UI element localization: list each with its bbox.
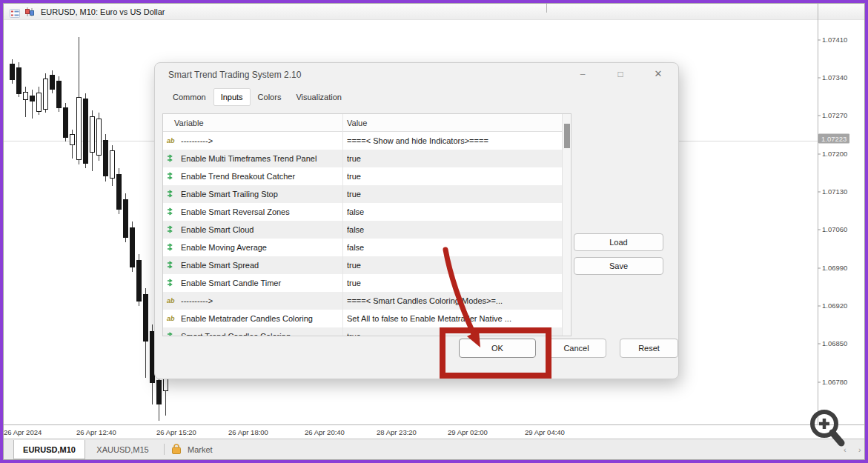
metatrader-window: EURUSD, M10: Euro vs US Dollar 1.074101.… <box>0 0 868 463</box>
scrollbar-thumb[interactable] <box>564 124 570 148</box>
value-cell: Set All to false to Enable Metatrader Na… <box>347 310 562 327</box>
variable-cell: Enable Moving Average <box>181 239 339 256</box>
variable-cell: Enable Trend Breakout Catcher <box>181 167 339 185</box>
ok-button[interactable]: OK <box>459 339 536 358</box>
time-axis-line <box>4 424 864 425</box>
candlestick-chart-icon <box>24 7 35 20</box>
price-tick-label: 1.07340 <box>822 73 847 81</box>
string-param-icon: ab <box>167 310 179 327</box>
dialog-tab-common[interactable]: Common <box>165 88 213 106</box>
value-cell: true <box>347 150 562 167</box>
price-tick-label: 1.06850 <box>822 339 847 347</box>
price-tick-label: 1.07060 <box>822 225 847 233</box>
variable-cell: ----------> <box>181 132 339 150</box>
chart-symbol-title: EURUSD, M10: Euro vs US Dollar <box>41 4 165 20</box>
current-price-tag: 1.07223 <box>818 134 849 144</box>
time-tick-label: 26 Apr 15:20 <box>156 428 196 436</box>
candle-body <box>130 227 135 267</box>
time-tick-label: 29 Apr 04:40 <box>525 428 565 436</box>
value-cell: ====< Show and hide Indicators>==== <box>347 132 562 150</box>
parameter-row[interactable]: ab---------->====< Show and hide Indicat… <box>163 132 571 150</box>
candle-body <box>83 99 88 164</box>
candle-body <box>156 380 162 404</box>
price-tick-label: 1.06780 <box>822 378 847 386</box>
column-header-variable: Variable <box>174 114 204 132</box>
value-cell: ====< Smart Candles Coloring Modes>=... <box>347 292 562 310</box>
tab-scroll-right-icon[interactable]: › <box>858 439 861 460</box>
column-header-value: Value <box>347 114 367 132</box>
bool-param-icon <box>167 150 179 167</box>
parameter-row[interactable]: Enable Moving Averagefalse <box>163 239 571 256</box>
bool-param-icon <box>167 274 179 292</box>
chart-tab-eurusd-m10[interactable]: EURUSD,M10 <box>13 440 85 459</box>
chart-tab-xauusd-m15[interactable]: XAUUSD,M15 <box>87 440 159 459</box>
bool-param-icon <box>167 221 179 239</box>
time-tick-label: 26 Apr 20:40 <box>305 428 345 436</box>
candle-body <box>63 107 68 138</box>
price-tick-label: 1.07270 <box>822 111 847 119</box>
price-tick-label: 1.06920 <box>822 302 847 310</box>
parameter-row[interactable]: Smart Trend Candles Coloringtrue <box>163 327 571 336</box>
parameter-row[interactable]: Enable Smart Spreadtrue <box>163 256 571 274</box>
price-tick-label: 1.07410 <box>822 36 847 44</box>
bool-param-icon <box>167 256 179 274</box>
value-cell: false <box>347 203 562 221</box>
time-tick-label: 26 Apr 12:40 <box>76 428 116 436</box>
zoom-icon[interactable] <box>803 404 850 454</box>
string-param-icon: ab <box>167 292 179 310</box>
close-button[interactable]: ✕ <box>647 66 669 82</box>
value-cell: false <box>347 239 562 256</box>
table-header: Variable Value <box>163 114 571 132</box>
candle-body <box>110 150 115 179</box>
time-tick-label: 26 Apr 2024 <box>4 428 42 436</box>
bool-param-icon <box>167 327 179 336</box>
price-axis-line <box>818 4 818 424</box>
maximize-button[interactable]: □ <box>609 66 632 82</box>
market-tab-label[interactable]: Market <box>188 439 213 460</box>
candle-body <box>30 96 35 101</box>
value-cell: true <box>347 185 562 203</box>
variable-cell: Smart Trend Candles Coloring <box>181 327 339 336</box>
parameter-row[interactable]: Enable Multi Timeframes Trend Paneltrue <box>163 150 571 167</box>
dialog-tabs: CommonInputsColorsVisualization <box>165 88 349 106</box>
reset-button[interactable]: Reset <box>620 339 678 358</box>
candle-body <box>103 140 108 176</box>
bool-param-icon <box>167 203 179 221</box>
candle-body <box>123 199 128 238</box>
parameters-rows: ab---------->====< Show and hide Indicat… <box>163 132 571 336</box>
candle-body <box>116 174 122 210</box>
price-tick-label: 1.07200 <box>822 150 847 158</box>
variable-cell: Enable Smart Spread <box>181 256 339 274</box>
variable-cell: Enable Smart Trailing Stop <box>181 185 339 203</box>
period-separator <box>546 4 547 13</box>
parameter-row[interactable]: Enable Smart Reversal Zonesfalse <box>163 203 571 221</box>
value-cell: true <box>347 256 562 274</box>
dialog-tab-visualization[interactable]: Visualization <box>288 88 349 106</box>
column-divider <box>342 114 343 336</box>
table-scrollbar[interactable] <box>562 114 571 336</box>
save-button[interactable]: Save <box>574 257 663 275</box>
load-button[interactable]: Load <box>574 233 663 251</box>
value-cell: true <box>347 327 562 336</box>
price-tick-label: 1.07130 <box>822 187 847 196</box>
parameter-row[interactable]: Enable Smart Trailing Stoptrue <box>163 185 571 203</box>
chart-tabs-bar: EURUSD,M10XAUUSD,M15 Market ‹ › <box>4 439 864 459</box>
indicator-settings-dialog: Smart Trend Trading System 2.10 – □ ✕ Co… <box>154 62 679 379</box>
parameter-row[interactable]: ab---------->====< Smart Candles Colorin… <box>163 292 571 310</box>
dialog-tab-inputs[interactable]: Inputs <box>213 88 251 106</box>
candle-body <box>136 260 142 302</box>
parameter-row[interactable]: abEnable Metatrader Candles ColoringSet … <box>163 310 571 327</box>
variable-cell: Enable Smart Candle Timer <box>181 274 339 292</box>
parameter-row[interactable]: Enable Smart Candle Timertrue <box>163 274 571 292</box>
parameter-row[interactable]: Enable Smart Cloudfalse <box>163 221 571 239</box>
market-bag-icon[interactable] <box>171 444 182 458</box>
cancel-button[interactable]: Cancel <box>546 339 606 358</box>
minimize-button[interactable]: – <box>572 66 594 82</box>
dialog-tab-colors[interactable]: Colors <box>251 88 289 106</box>
parameter-row[interactable]: Enable Trend Breakout Catchertrue <box>163 167 571 185</box>
value-cell: true <box>347 274 562 292</box>
candle-body <box>56 81 62 108</box>
time-tick-label: 26 Apr 18:00 <box>228 428 268 436</box>
candle-body <box>76 97 82 160</box>
price-tick-label: 1.06990 <box>822 264 847 272</box>
